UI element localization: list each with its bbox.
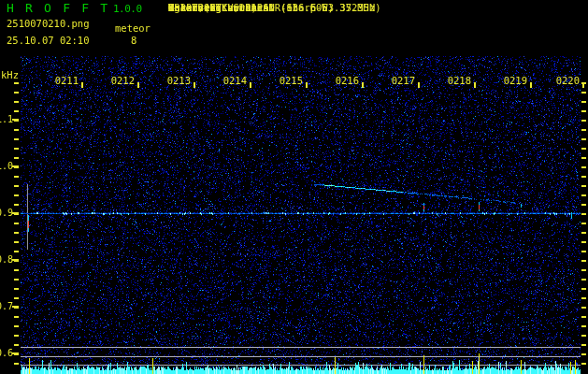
spectrogram-canvas [0,0,588,374]
freq-axis-label: 0.6 [0,348,12,358]
info-value: 2el-HB9CV Vertical (el. E-W) [168,2,334,14]
time-axis-label: 0217 [387,76,415,86]
hrofft-window: H R O F F T 1.0.0 2510070210.png meteor … [0,0,588,374]
app-title: H R O F F T [7,1,109,15]
observation-datetime: 25.10.07 02:10 [7,35,90,46]
freq-axis-label: 0.8 [0,254,12,265]
output-filename: 2510070210.png [7,18,90,29]
freq-axis-label: 0.7 [0,301,12,311]
time-axis-label: 0214 [219,76,247,86]
freq-axis-unit: kHz [1,69,19,80]
time-axis-label: 0218 [443,76,471,86]
freq-axis-label: 0.9 [0,208,12,218]
time-axis-label: 0215 [275,76,303,86]
time-axis-label: 0213 [163,76,191,86]
app-version: 1.0.0 [113,3,142,15]
time-axis-label: 0216 [331,76,359,86]
time-axis-label: 0220 [552,76,580,86]
time-axis-label: 0212 [107,76,135,86]
echo-count: 8 [131,35,136,46]
time-axis-label: 0219 [499,76,527,86]
freq-axis-label: 1.0 [0,161,12,171]
time-axis-label: 0211 [50,76,79,86]
freq-axis-label: 1.1 [0,114,12,124]
observation-mode: meteor [115,22,151,34]
